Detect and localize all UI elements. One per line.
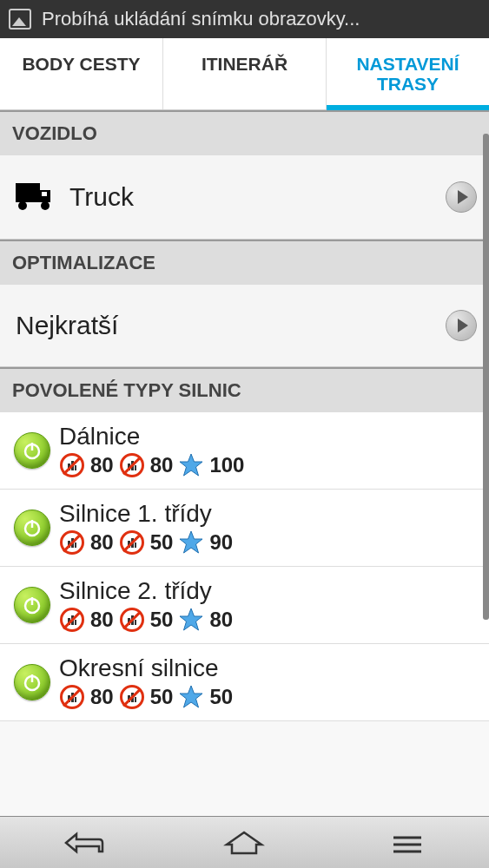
star-icon bbox=[178, 452, 204, 478]
road-name: Silnice 2. třídy bbox=[59, 577, 473, 605]
stat-v2: 50 bbox=[150, 530, 174, 555]
nav-bar bbox=[0, 816, 489, 868]
svg-rect-8 bbox=[71, 461, 74, 470]
road-name: Silnice 1. třídy bbox=[59, 500, 473, 528]
road-info: Dálnice 80 80 100 bbox=[59, 423, 473, 478]
prohibit-city-icon bbox=[59, 684, 85, 710]
menu-button[interactable] bbox=[377, 825, 438, 860]
svg-rect-9 bbox=[75, 465, 76, 470]
stat-star: 90 bbox=[209, 530, 233, 555]
svg-rect-20 bbox=[131, 538, 134, 548]
svg-rect-0 bbox=[16, 183, 40, 202]
status-bar: Probíhá ukládání snímku obrazovky... bbox=[0, 0, 489, 38]
stat-star: 80 bbox=[209, 608, 233, 632]
svg-rect-25 bbox=[68, 618, 70, 625]
star-icon bbox=[178, 607, 204, 633]
tab-label: ITINERÁŘ bbox=[202, 54, 287, 74]
prohibit-city-icon bbox=[59, 529, 85, 556]
section-header-optimization: OPTIMALIZACE bbox=[0, 240, 489, 285]
truck-icon bbox=[16, 181, 54, 213]
stat-v1: 80 bbox=[90, 685, 114, 709]
tab-body-cesty[interactable]: BODY CESTY bbox=[0, 38, 162, 109]
road-stats: 80 50 50 bbox=[59, 684, 473, 710]
svg-rect-19 bbox=[128, 541, 130, 548]
svg-rect-37 bbox=[128, 695, 130, 702]
stat-v2: 50 bbox=[150, 685, 174, 709]
play-icon[interactable] bbox=[446, 310, 477, 341]
optimization-row[interactable]: Nejkratší bbox=[0, 285, 489, 367]
road-name: Dálnice bbox=[59, 423, 473, 450]
svg-rect-28 bbox=[128, 618, 130, 625]
power-toggle-icon[interactable] bbox=[14, 587, 50, 623]
svg-rect-26 bbox=[71, 615, 74, 625]
tab-itinerar[interactable]: ITINERÁŘ bbox=[162, 38, 326, 109]
power-toggle-icon[interactable] bbox=[14, 510, 50, 546]
svg-marker-40 bbox=[180, 686, 202, 707]
prohibit-city-icon bbox=[119, 684, 145, 710]
road-item-dalnice[interactable]: Dálnice 80 80 100 bbox=[0, 412, 489, 490]
svg-rect-16 bbox=[68, 541, 70, 548]
road-stats: 80 80 100 bbox=[59, 452, 473, 478]
road-stats: 80 50 80 bbox=[59, 607, 473, 633]
stat-star: 100 bbox=[209, 453, 244, 477]
svg-rect-35 bbox=[71, 693, 74, 702]
prohibit-city-icon bbox=[59, 607, 85, 633]
stat-v1: 80 bbox=[90, 453, 114, 477]
stat-v2: 50 bbox=[150, 608, 174, 632]
play-icon[interactable] bbox=[446, 181, 477, 213]
svg-rect-10 bbox=[128, 464, 130, 470]
road-item-silnice1[interactable]: Silnice 1. třídy 80 50 90 bbox=[0, 490, 489, 567]
vehicle-value: Truck bbox=[69, 182, 134, 212]
power-toggle-icon[interactable] bbox=[14, 664, 50, 700]
svg-marker-31 bbox=[180, 608, 202, 630]
stat-v1: 80 bbox=[90, 530, 114, 555]
road-info: Okresní silnice 80 50 50 bbox=[59, 654, 473, 710]
prohibit-city-icon bbox=[59, 452, 85, 478]
road-info: Silnice 1. třídy 80 50 90 bbox=[59, 500, 473, 556]
picture-icon bbox=[9, 9, 31, 30]
svg-rect-36 bbox=[75, 697, 76, 702]
home-button[interactable] bbox=[214, 825, 274, 860]
road-name: Okresní silnice bbox=[59, 654, 473, 682]
prohibit-city-icon bbox=[119, 452, 145, 478]
svg-rect-7 bbox=[68, 464, 70, 470]
svg-rect-18 bbox=[75, 542, 76, 548]
stat-v2: 80 bbox=[150, 453, 174, 477]
tab-nastaveni-trasy[interactable]: NASTAVENÍ TRASY bbox=[326, 38, 489, 109]
scroll-indicator[interactable] bbox=[483, 134, 489, 620]
tab-label: BODY CESTY bbox=[22, 54, 140, 74]
svg-marker-22 bbox=[180, 531, 202, 553]
status-text: Probíhá ukládání snímku obrazovky... bbox=[42, 8, 360, 30]
stat-star: 50 bbox=[209, 685, 233, 709]
prohibit-city-icon bbox=[119, 529, 145, 556]
svg-rect-4 bbox=[42, 192, 47, 196]
svg-rect-30 bbox=[135, 620, 136, 625]
back-button[interactable] bbox=[51, 825, 112, 860]
road-info: Silnice 2. třídy 80 50 80 bbox=[59, 577, 473, 633]
svg-point-3 bbox=[41, 201, 50, 210]
svg-rect-29 bbox=[131, 615, 134, 625]
optimization-value: Nejkratší bbox=[16, 311, 118, 340]
svg-rect-39 bbox=[135, 697, 136, 702]
vehicle-row[interactable]: Truck bbox=[0, 155, 489, 240]
stat-v1: 80 bbox=[90, 608, 114, 632]
star-icon bbox=[178, 684, 204, 710]
content-area: BODY CESTY ITINERÁŘ NASTAVENÍ TRASY VOZI… bbox=[0, 38, 489, 816]
svg-rect-21 bbox=[135, 542, 136, 548]
tabs: BODY CESTY ITINERÁŘ NASTAVENÍ TRASY bbox=[0, 38, 489, 110]
road-stats: 80 50 90 bbox=[59, 529, 473, 556]
svg-rect-38 bbox=[131, 693, 134, 702]
svg-rect-27 bbox=[75, 620, 76, 625]
svg-point-2 bbox=[18, 201, 27, 210]
svg-rect-12 bbox=[135, 465, 136, 470]
prohibit-city-icon bbox=[119, 607, 145, 633]
svg-rect-34 bbox=[68, 695, 70, 702]
star-icon bbox=[178, 529, 204, 556]
section-header-roadtypes: POVOLENÉ TYPY SILNIC bbox=[0, 367, 489, 412]
road-item-okresni[interactable]: Okresní silnice 80 50 50 bbox=[0, 644, 489, 721]
road-item-silnice2[interactable]: Silnice 2. třídy 80 50 80 bbox=[0, 567, 489, 644]
svg-rect-11 bbox=[131, 461, 134, 470]
power-toggle-icon[interactable] bbox=[14, 432, 50, 469]
svg-rect-17 bbox=[71, 538, 74, 548]
svg-marker-13 bbox=[180, 454, 202, 476]
